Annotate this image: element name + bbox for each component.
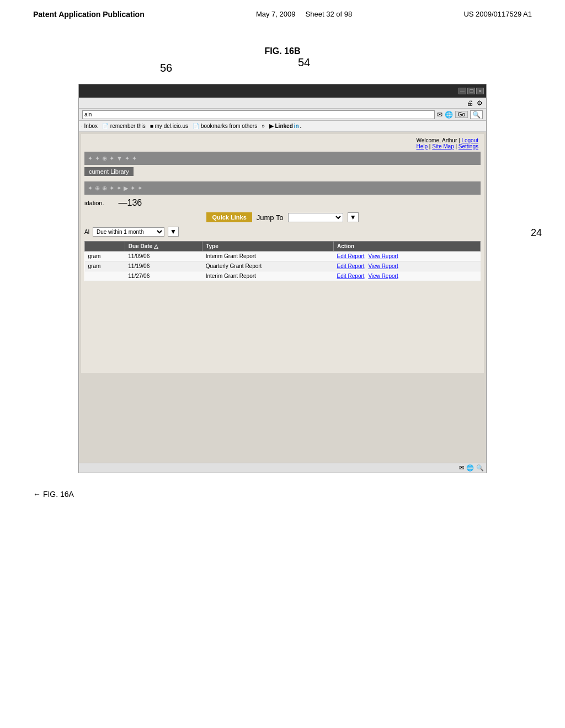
nav2-icon-3: ⊕ [102,185,107,192]
cell-date-3: 11/27/06 [125,271,202,281]
welcome-text: Welcome, Arthur | [417,137,460,143]
jump-icon[interactable]: ▼ [348,212,359,222]
secondary-nav-bar: ✦ ⊕ ⊕ ✦ ✦ ▶ ✦ ✦ [84,181,481,195]
nav-icon-6: ✦ [125,155,130,162]
table-header: Due Date △ Type Action [85,242,481,251]
filter-bar: Al Due within 1 month ▼ [84,227,481,237]
reports-table: Due Date △ Type Action gram [84,241,481,281]
restore-button[interactable]: ❐ [467,88,475,94]
help-link[interactable]: Help [417,143,428,149]
col-type: Type [202,242,334,251]
foundation-section: idation. —136 [84,198,481,208]
nav-icon-5: ▼ [116,155,122,162]
jump-to-label: Jump To [257,213,284,222]
edit-report-link-3[interactable]: Edit Report [337,273,365,279]
status-globe-icon[interactable]: 🌐 [466,464,474,472]
cell-type-2: Quarterly Grant Report [202,261,334,271]
ref-24: 24 [531,227,542,239]
patent-header: Patent Application Publication May 7, 20… [0,0,565,24]
printer-icon[interactable]: 🖨 [467,99,473,107]
browser-status: ✉ 🌐 🔍 [79,463,486,473]
bookmark-inbox[interactable]: · Inbox [81,123,98,129]
cell-program-3 [85,271,125,281]
minimize-button[interactable]: — [459,88,466,94]
figure-title: FIG. 16B [0,46,565,56]
nav-icon-4: ✦ [109,155,114,162]
search-icon[interactable]: 🔍 [470,110,483,119]
cell-program-2: gram [85,261,125,271]
bottom-figure-ref: ← FIG. 16A [0,473,565,510]
cell-action-3: Edit Report View Report [334,271,481,281]
nav2-icon-5: ✦ [116,185,121,192]
address-bar[interactable] [82,110,435,119]
mail-icon[interactable]: ✉ [437,111,443,119]
status-search-icon[interactable]: 🔍 [476,464,484,472]
welcome-bar: Welcome, Arthur | Logout Help | Site Map… [84,137,481,149]
view-report-link-2[interactable]: View Report [368,263,398,269]
nav-icon-7: ✦ [132,155,137,162]
nav2-icon-6: ▶ [124,185,128,192]
cell-action-2: Edit Report View Report [334,261,481,271]
bookmark-more[interactable]: » [262,123,265,129]
patent-header-left: Patent Application Publication [33,10,145,19]
nav2-icon-7: ✦ [130,185,135,192]
ref-56: 56 [160,62,172,74]
close-button[interactable]: ✕ [476,88,484,94]
view-report-link-3[interactable]: View Report [368,273,398,279]
browser-window: — ❐ ✕ 🖨 ⚙ ✉ 🌐 Go 🔍 · Inbox 📄 remember th… [78,84,487,473]
nav-icon-1: ✦ [88,155,93,162]
edit-report-link-1[interactable]: Edit Report [337,253,365,259]
table-row: 11/27/06 Interim Grant Report Edit Repor… [85,271,481,281]
quick-links-button[interactable]: Quick Links [206,212,252,222]
cell-action-1: Edit Report View Report [334,251,481,261]
view-report-link-1[interactable]: View Report [368,253,398,259]
table-body: gram 11/09/06 Interim Grant Report Edit … [85,251,481,281]
ref-54: 54 [298,56,310,69]
col-program [85,242,125,251]
status-mail-icon[interactable]: ✉ [459,464,464,472]
patent-date: May 7, 2009 [256,10,296,18]
settings-link[interactable]: Settings [459,143,478,149]
browser-toolbar: ✉ 🌐 Go 🔍 [79,109,486,121]
content-spacer [84,281,481,370]
doc-library-button[interactable]: cument Library [84,167,134,176]
table-row: gram 11/09/06 Interim Grant Report Edit … [85,251,481,261]
bookmark-linkedin[interactable]: ▶ Linkedin. [269,123,302,129]
col-due-date[interactable]: Due Date △ [125,242,202,251]
filter-icon[interactable]: ▼ [168,227,179,237]
main-content: 56 54 24 — ❐ ✕ 🖨 ⚙ ✉ 🌐 Go 🔍 · Inbox 📄 re… [0,67,565,473]
nav-icon-2: ✦ [95,155,100,162]
browser-titlebar: — ❐ ✕ [79,84,486,98]
foundation-label: idation. [84,200,104,206]
cell-date-1: 11/09/06 [125,251,202,261]
go-button[interactable]: Go [455,111,468,118]
cell-date-2: 11/19/06 [125,261,202,271]
patent-header-center: May 7, 2009 Sheet 32 of 98 [256,10,352,18]
bookmark-others[interactable]: 📄 bookmarks from others [193,123,257,129]
nav2-icon-2: ⊕ [95,185,100,192]
globe-icon[interactable]: 🌐 [445,111,453,119]
table-row: gram 11/19/06 Quarterly Grant Report Edi… [85,261,481,271]
nav-bar: ✦ ✦ ⊕ ✦ ▼ ✦ ✦ [84,152,481,165]
edit-report-link-2[interactable]: Edit Report [337,263,365,269]
logout-link[interactable]: Logout [461,137,478,143]
status-icons: ✉ 🌐 🔍 [459,464,484,472]
patent-header-right: US 2009/0117529 A1 [463,10,532,18]
settings-icon[interactable]: ⚙ [477,99,483,107]
col-action: Action [334,242,481,251]
nav2-icon-8: ✦ [137,185,142,192]
bookmarks-bar: · Inbox 📄 remember this ■ my del.icio.us… [79,121,486,132]
sitemap-link[interactable]: Site Map [432,143,454,149]
cell-type-1: Interim Grant Report [202,251,334,261]
filter-select[interactable]: Due within 1 month [93,227,164,237]
jump-to-select[interactable] [288,213,343,222]
nav2-icon-1: ✦ [88,185,93,192]
nav-icon-3: ⊕ [102,155,107,162]
page-content: Welcome, Arthur | Logout Help | Site Map… [79,132,486,463]
inner-content: Welcome, Arthur | Logout Help | Site Map… [81,134,484,373]
bookmark-remember[interactable]: 📄 remember this [102,123,146,129]
bookmark-delicious[interactable]: ■ my del.icio.us [150,123,188,129]
sheet-info: Sheet 32 of 98 [306,10,353,18]
cell-program-1: gram [85,251,125,261]
filter-prefix: Al [84,229,89,235]
